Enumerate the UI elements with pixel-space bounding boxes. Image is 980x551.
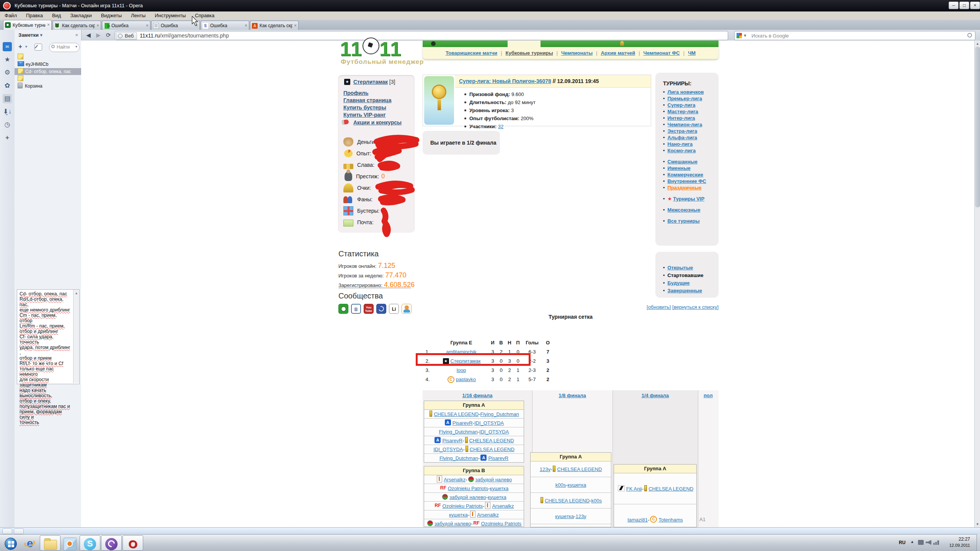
note-list-item[interactable]: Cd- отбор, опека, пас [15,68,81,75]
tab-close-icon[interactable]: × [146,23,149,28]
menu-item[interactable]: Инструменты [150,11,190,20]
notes-search-field[interactable]: Найти ▾ [49,43,80,52]
round-header-r16[interactable]: 1/16 финала [423,393,532,398]
team-link[interactable]: Ozolnieku Patriots [443,503,483,509]
team-link[interactable]: PisarevR [452,420,473,426]
opera-taskbar-button[interactable]: O [122,535,143,551]
note-list-item[interactable]: Корзина [18,83,79,90]
notes-search-dropdown-icon[interactable]: ▾ [75,44,77,49]
round-header-r8[interactable]: 1/8 финала [532,393,612,398]
skype-taskbar-button[interactable]: S [80,535,100,551]
add-panel-icon[interactable]: + [3,133,12,142]
tournament-link[interactable]: Коммерческие [668,172,703,178]
menu-item[interactable]: Виджеты [96,11,126,20]
notes-panel-icon[interactable]: ▤ [3,94,12,103]
scrollbar-thumb[interactable] [975,47,980,207]
note-editor[interactable]: Cd- отбор, опека, пас Rd/Ld-отбор, опека… [17,289,80,384]
team-link[interactable]: Arsenalkz [477,512,499,518]
team-link[interactable]: CHELSEA LEGEND [470,447,514,452]
tab[interactable]: Как сделать скриншот...× [52,21,101,30]
forward-button[interactable]: ▶ [94,31,103,39]
filter-link[interactable]: Будущие [668,280,690,286]
tab-close-icon[interactable]: × [245,23,247,28]
team-link[interactable]: кушетка [555,514,574,519]
tournament-link[interactable]: Премьер-лига [668,96,702,101]
refresh-link[interactable]: [обновить] [647,304,671,310]
team-link[interactable]: забудой налево [449,494,486,500]
team-name-link[interactable]: Стерлитамак [353,79,388,85]
nav-link[interactable]: ЧМ [688,50,696,56]
team-link[interactable]: кушетка [490,486,509,491]
team-link[interactable]: IDI_OTSYDA [479,429,509,435]
football-community-icon[interactable] [338,304,348,314]
add-note-dropdown-icon[interactable]: ▾ [25,44,27,49]
wmp-icon[interactable] [64,538,77,551]
team-link[interactable]: loop [457,367,466,373]
tournament-link[interactable]: Альфа-лига [668,135,697,140]
tournament-link[interactable]: Именные [668,165,691,171]
panel-close-icon[interactable]: × [75,32,78,38]
start-icon[interactable] [5,538,17,550]
team-link[interactable]: CHELSEA LEGEND [648,486,693,492]
language-indicator[interactable]: RU [899,540,905,545]
tab[interactable]: AКак сделать скриншот...× [250,21,299,30]
taskbar-clock[interactable]: 22:27 12.09.2011 [949,536,970,548]
maximize-button[interactable]: □ [959,2,969,9]
back-button[interactable]: ◀ [84,31,93,39]
filter-link[interactable]: Завершенные [668,288,702,293]
round-header-semi[interactable]: пол [704,393,719,398]
tournament-link[interactable]: Нано-лига [668,141,693,147]
team-link[interactable]: CHELSEA LEGEND [434,411,479,417]
match-title-link[interactable]: Супер-лига: Новый Полигон-36078 [459,78,551,84]
tournament-link[interactable]: Интер-лига [668,115,695,121]
youtube-community-icon[interactable]: You Tube [364,304,374,314]
unite-panel-icon[interactable]: ✿ [3,81,12,90]
team-link[interactable]: Arsenalkz [492,503,514,509]
team-link[interactable]: paplavko [456,377,476,382]
ie-icon[interactable]: e [24,538,36,550]
team-link[interactable]: CHELSEA LEGEND [557,466,602,472]
menu-item[interactable]: Файл [0,11,21,20]
search-engine-dropdown-icon[interactable]: ▾ [744,33,746,38]
images-toggle-icon[interactable] [14,528,24,534]
history-panel-icon[interactable]: ◷ [3,120,12,129]
round-header-r4[interactable]: 1/4 финала [612,393,698,398]
filter-link[interactable]: Открытые [668,265,693,271]
tournament-link[interactable]: Космо-лига [668,148,696,153]
sidebar-link[interactable]: Купить VIP-ранг [343,112,386,118]
nav-link[interactable]: Чемпионат ФС [644,50,680,56]
note-list-item[interactable] [18,75,79,82]
team-link[interactable]: tamazi81 [627,517,648,523]
team-link[interactable]: кушетка [568,482,586,488]
detail-value[interactable]: 32 [498,124,503,129]
tournament-link[interactable]: Супер-лига [668,102,696,108]
sidebar-link[interactable]: Главная страница [343,97,391,103]
team-link[interactable]: Flying_Dutchman [439,455,478,461]
tray-display-icon[interactable] [918,540,924,545]
team-link[interactable]: FK Anji [626,486,642,492]
team-link[interactable]: забудой налево [434,521,471,527]
team-link[interactable]: CHELSEA LEGEND [545,498,590,504]
downloads-panel-icon[interactable]: ⬇̱↓ [3,107,12,116]
li-community-icon[interactable]: Li [389,304,399,314]
team-link[interactable]: Flying_Dutchman [480,411,519,417]
tournament-link[interactable]: Межсоюзные [668,207,701,213]
show-desktop-button[interactable] [977,534,980,551]
tournament-link[interactable]: Праздничные [668,185,702,191]
minimize-button[interactable]: – [949,2,959,9]
team-link[interactable]: Ozolnieku Patriots [481,521,522,527]
tab-close-icon[interactable]: × [294,23,297,28]
reload-button[interactable]: ⟳ [104,31,113,39]
menu-item[interactable]: Закладки [65,11,96,20]
tournament-link[interactable]: Все турниры [668,218,700,224]
add-note-button[interactable]: + [18,43,22,51]
team-link[interactable]: k00s [555,482,566,488]
sidebar-link[interactable]: Профиль [343,90,369,96]
tournament-link[interactable]: Внутренние ФС [668,178,706,184]
note-editor-scrollbar[interactable]: ▲ [73,290,79,383]
team-link[interactable]: Totenhams [658,517,683,523]
nav-link[interactable]: Кубковые турниры [506,50,553,56]
bookmarks-panel-icon[interactable]: ★ [3,55,12,64]
url-field[interactable]: Веб 11x11.ru/xml/games/tournaments.php [115,31,728,40]
team-link[interactable]: кушетка [488,494,506,500]
